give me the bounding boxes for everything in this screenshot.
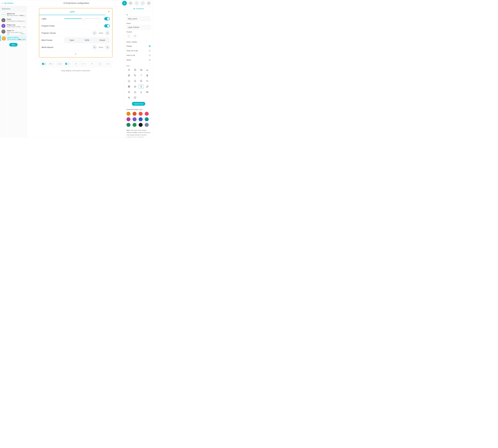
palette-text[interactable]: T <box>88 61 95 67</box>
blind-presets-segmented[interactable]: Open 50/50 Closed <box>64 38 110 43</box>
color-swatch-4[interactable] <box>127 117 131 121</box>
extension-id: panel_1 <box>21 33 25 34</box>
back-button[interactable]: My Device <box>1 2 13 4</box>
icon-handset[interactable] <box>133 73 138 78</box>
position-label: Position <box>127 31 151 33</box>
projector-power-toggle[interactable] <box>104 24 110 28</box>
extension-icon <box>2 36 6 40</box>
icon-home[interactable] <box>127 79 132 83</box>
svg-rect-17 <box>134 86 136 87</box>
visibility-option-0[interactable]: Always <box>127 44 151 48</box>
icon-label: Icon <box>127 65 151 67</box>
undo-button[interactable] <box>134 1 139 6</box>
icon-language[interactable] <box>127 84 132 89</box>
icon-webcam[interactable] <box>145 73 150 78</box>
canvas-decrement[interactable] <box>92 31 97 35</box>
visibility-option-1[interactable]: Only out of call <box>127 48 151 53</box>
sidebar-item-4[interactable]: Lights & Blinds Panel (always visible) l… <box>0 35 27 41</box>
icon-laptop[interactable] <box>133 84 138 89</box>
palette-spacer[interactable]: ⟼ <box>104 61 111 67</box>
icon-record[interactable] <box>145 90 150 94</box>
row-blind-presets[interactable]: Blind Presets Open 50/50 Closed <box>39 37 112 44</box>
panel-tab-lights[interactable]: Lights <box>39 8 105 15</box>
row-lights[interactable]: Lights <box>39 15 112 22</box>
export-button[interactable] <box>122 1 127 6</box>
lights-toggle[interactable] <box>104 17 110 20</box>
preset-open[interactable]: Open <box>65 38 80 43</box>
visibility-option-3[interactable]: Never <box>127 58 151 62</box>
sidebar-item-2[interactable]: Philips Hue Panel (always visible) Hue <box>0 23 27 29</box>
icon-help[interactable] <box>139 73 144 78</box>
palette-spinner[interactable] <box>80 61 87 67</box>
blinds-increment[interactable] <box>105 45 110 50</box>
export-up-icon <box>123 2 126 4</box>
icon-concierge[interactable] <box>145 68 150 72</box>
color-swatch-5[interactable] <box>133 117 136 121</box>
icon-hvac[interactable] <box>133 79 138 83</box>
preset-closed[interactable]: Closed <box>95 38 110 43</box>
icon-info[interactable] <box>139 79 144 83</box>
icon-camera[interactable] <box>139 68 144 72</box>
menu-button[interactable] <box>147 1 151 6</box>
color-swatch-8[interactable] <box>127 123 131 127</box>
icon-tv[interactable] <box>133 96 138 100</box>
sidebar-item-0[interactable]: www appsco.pe Web App (always visible) p… <box>0 12 27 17</box>
id-input[interactable] <box>127 16 151 21</box>
palette-toggle[interactable] <box>40 61 47 67</box>
icon-proximity[interactable] <box>139 90 144 94</box>
color-swatch-11[interactable] <box>145 123 149 127</box>
icon-input[interactable] <box>145 79 150 83</box>
row-projector-canvas[interactable]: Projector Canvas Value <box>39 30 112 37</box>
icon-brightness[interactable] <box>127 68 132 72</box>
palette-icon-button[interactable]: + <box>72 61 79 67</box>
sidebar-item-3[interactable]: Apple TV Panel (only visible out of call… <box>0 29 27 35</box>
color-swatch-6[interactable] <box>139 117 143 121</box>
move-down-button[interactable] <box>127 34 131 38</box>
extension-name: Lights & Blinds <box>7 36 21 38</box>
icon-power[interactable] <box>133 90 138 94</box>
preset-5050[interactable]: 50/50 <box>80 38 95 43</box>
menu-icon <box>148 2 150 4</box>
redo-button[interactable] <box>140 1 145 6</box>
lights-slider[interactable] <box>64 16 101 21</box>
svg-point-14 <box>135 81 135 82</box>
palette-slider[interactable] <box>48 61 55 67</box>
add-page-button[interactable]: + <box>105 8 112 15</box>
color-swatch-3[interactable] <box>145 112 149 116</box>
visibility-option-2[interactable]: Only in call <box>127 53 151 58</box>
blinds-decrement[interactable] <box>92 45 97 50</box>
sidebar-item-1[interactable]: Panel Panel (always visible) panel_2 <box>0 17 27 23</box>
visibility-label: Button visibility <box>127 41 151 43</box>
icon-disc[interactable] <box>127 73 132 78</box>
icon-clock[interactable] <box>133 68 138 72</box>
color-swatch-10[interactable] <box>139 123 143 127</box>
color-swatch-1[interactable] <box>133 112 136 116</box>
row-blinds-manual[interactable]: Blinds Manual Value <box>39 44 112 51</box>
editor-canvas: Lights + Lights Projector Power <box>27 6 125 137</box>
add-row-button[interactable]: + <box>39 51 112 57</box>
icon-media[interactable] <box>145 84 150 89</box>
properties-tab[interactable]: Properties <box>125 6 152 11</box>
top-actions <box>122 1 151 6</box>
palette-segmented[interactable] <box>64 61 71 67</box>
icon-microphone[interactable] <box>127 90 132 94</box>
color-label: Extension button color <box>127 109 151 111</box>
svg-point-19 <box>148 87 148 87</box>
canvas-increment[interactable] <box>105 31 110 35</box>
new-extension-button[interactable]: New <box>9 43 17 47</box>
color-swatch-9[interactable] <box>133 123 136 127</box>
upload-icon-button[interactable]: Upload Icon <box>132 102 145 106</box>
extension-icon <box>1 18 5 22</box>
icon-sliders[interactable] <box>127 96 132 100</box>
palette-button[interactable] <box>56 61 63 67</box>
name-input[interactable] <box>127 25 151 30</box>
preview-button[interactable] <box>128 1 133 6</box>
move-up-button[interactable] <box>133 34 137 38</box>
panel-preview[interactable]: Lights + Lights Projector Power <box>39 8 113 57</box>
color-swatch-0[interactable] <box>127 112 131 116</box>
palette-directional[interactable]: ▴◂▸▾ <box>96 61 103 67</box>
color-swatch-7[interactable] <box>145 117 149 121</box>
icon-lightbulb[interactable] <box>139 84 144 89</box>
color-swatch-2[interactable] <box>139 112 143 116</box>
row-projector-power[interactable]: Projector Power <box>39 22 112 30</box>
